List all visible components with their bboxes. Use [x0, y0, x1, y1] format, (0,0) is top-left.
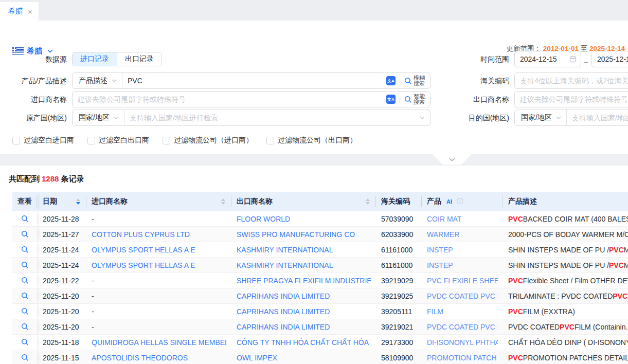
- importer-link[interactable]: APOSTOLIDIS THEODOROS: [92, 354, 188, 362]
- product-input[interactable]: [122, 77, 383, 85]
- sort-importer[interactable]: [221, 198, 226, 205]
- product-link[interactable]: INSTEP: [427, 261, 453, 269]
- keyword-highlight: PVC: [508, 307, 523, 316]
- product-link[interactable]: COIR MAT: [427, 215, 461, 223]
- checkbox-label: 过滤物流公司（出口商）: [278, 136, 357, 145]
- translate-icon[interactable]: 文A: [386, 95, 396, 104]
- collapse-form-button[interactable]: [433, 154, 472, 165]
- importer-link[interactable]: OLYMPUS SPORT HELLAS A E: [92, 246, 195, 254]
- exporter-input[interactable]: [515, 95, 628, 103]
- sort-exporter[interactable]: [366, 198, 371, 205]
- table-body: 2025-11-28 - FLOOR WORLD 57039090 COIR M…: [12, 211, 628, 364]
- exporter-link[interactable]: SWISS PRO MANUFACTURING CO: [237, 230, 355, 239]
- translate-icon[interactable]: 文A: [386, 76, 396, 85]
- info-icon[interactable]: ⓘ: [457, 197, 463, 206]
- exporter-cell: CAPRIHANS INDIA LIMITED: [231, 319, 376, 334]
- exporter-link[interactable]: FLOOR WORLD: [237, 215, 290, 223]
- exporter-link[interactable]: KASHMIRY INTERNATIONAL: [237, 261, 333, 269]
- checkbox-icon[interactable]: [12, 137, 20, 144]
- product-link[interactable]: PVDC COATED PVC FIL...: [427, 292, 498, 300]
- view-detail-icon[interactable]: [21, 277, 29, 284]
- view-detail-icon[interactable]: [21, 323, 29, 331]
- product-cell: INSTEP: [422, 258, 503, 272]
- checkbox-icon[interactable]: [163, 137, 170, 144]
- view-cell: [12, 273, 38, 288]
- description-text: BACKED COIR MAT (400 BALES)...: [523, 215, 628, 223]
- date-to-field[interactable]: 2025-12-14: [591, 51, 628, 67]
- product-link[interactable]: DI-ISONONYL PHTHA...: [427, 338, 498, 347]
- table-header: 查看 日期 进口商名称 出口商名称 海关编码 产品 AI ⓘ: [12, 192, 628, 211]
- exporter-link[interactable]: CAPRIHANS INDIA LIMITED: [237, 307, 330, 316]
- description-text: PVDC COATED: [508, 323, 560, 331]
- product-cell: PVDC COATED PVC FIL...: [422, 319, 503, 334]
- date-cell: 2025-11-20: [38, 288, 86, 303]
- close-icon[interactable]: ×: [28, 8, 32, 15]
- hs-code-cell: 39219021: [376, 319, 422, 334]
- view-detail-icon[interactable]: [21, 261, 29, 269]
- fuzzy-search-button[interactable]: 模糊搜索: [404, 75, 425, 86]
- date-range-separator: –: [584, 58, 588, 66]
- destination-select-value: 国家/地区: [521, 113, 552, 122]
- origin-label: 原产国(地区): [0, 110, 67, 126]
- tab-greece[interactable]: 希腊 ×: [0, 2, 39, 21]
- importer-input[interactable]: [73, 95, 383, 103]
- view-detail-icon[interactable]: [21, 230, 29, 238]
- exporter-link[interactable]: CÔNG TY TNHH HÓA CHẤT CHẤT HÓA DẺ...: [237, 338, 371, 347]
- importer-cell: QUIMIDROGA HELLAS SINGLE MEMBER PC: [86, 335, 231, 350]
- importer-link[interactable]: QUIMIDROGA HELLAS SINGLE MEMBER PC: [92, 338, 226, 347]
- table-row: 2025-11-24 OLYMPUS SPORT HELLAS A E KASH…: [12, 242, 628, 258]
- view-detail-icon[interactable]: [21, 292, 29, 300]
- exporter-link[interactable]: CAPRIHANS INDIA LIMITED: [237, 292, 330, 300]
- product-link[interactable]: FILM: [427, 307, 443, 316]
- importer-link[interactable]: OLYMPUS SPORT HELLAS A E: [92, 261, 195, 269]
- exporter-link[interactable]: SHREE PRAGYA FLEXIFILM INDUSTRIES: [237, 277, 371, 285]
- chevron-down-icon: [556, 116, 561, 119]
- view-detail-icon[interactable]: [21, 338, 29, 346]
- origin-country-select[interactable]: 国家/地区: [73, 113, 124, 122]
- description-text: SHIN INSTEPS MADE OF PU /: [508, 246, 609, 254]
- product-link[interactable]: PROMOTION PATCH: [427, 354, 497, 362]
- column-importer-label: 进口商名称: [92, 197, 128, 206]
- sort-date[interactable]: [76, 198, 81, 205]
- import-records-button[interactable]: 进口记录: [73, 52, 117, 66]
- filter-checkbox[interactable]: 过滤物流公司（出口商）: [266, 136, 357, 145]
- destination-country-select[interactable]: 国家/地区: [515, 113, 566, 122]
- exporter-link[interactable]: OWL IMPEX: [237, 354, 277, 362]
- origin-input[interactable]: [124, 114, 420, 122]
- filter-checkbox[interactable]: 过滤空白进口商: [12, 136, 74, 145]
- product-type-select[interactable]: 产品描述: [73, 76, 122, 85]
- exporter-cell: SWISS PRO MANUFACTURING CO: [231, 227, 376, 242]
- view-detail-icon[interactable]: [21, 307, 29, 315]
- exporter-cell: FLOOR WORLD: [231, 211, 376, 226]
- exporter-link[interactable]: CAPRIHANS INDIA LIMITED: [237, 323, 330, 331]
- column-product: 产品 AI ⓘ: [422, 192, 503, 211]
- export-records-button[interactable]: 出口记录: [117, 52, 162, 66]
- checkbox-icon[interactable]: [87, 137, 95, 144]
- product-label: 产品/产品描述: [0, 72, 67, 89]
- date-cell: 2025-11-22: [38, 273, 86, 288]
- exporter-link[interactable]: KASHMIRY INTERNATIONAL: [237, 246, 333, 254]
- product-link[interactable]: PVC FLEXIBLE SHEET F...: [427, 277, 498, 285]
- search-mode-label: 智能搜索: [414, 94, 425, 105]
- product-link[interactable]: WARMER: [427, 230, 459, 239]
- filter-checkbox[interactable]: 过滤物流公司（进口商）: [163, 136, 253, 145]
- hs-code-cell: 39219025: [376, 288, 422, 303]
- importer-cell: -: [86, 304, 231, 319]
- table-row: 2025-11-27 COTTON PLUS CYPRUS LTD SWISS …: [12, 227, 628, 242]
- chevron-down-icon[interactable]: [420, 116, 425, 119]
- origin-select-value: 国家/地区: [79, 113, 110, 122]
- results-table: 查看 日期 进口商名称 出口商名称 海关编码 产品 AI ⓘ: [12, 192, 628, 364]
- checkbox-icon[interactable]: [266, 137, 274, 144]
- filter-checkbox[interactable]: 过滤空白出口商: [87, 136, 149, 145]
- importer-link[interactable]: COTTON PLUS CYPRUS LTD: [92, 230, 190, 239]
- view-detail-icon[interactable]: [21, 215, 29, 223]
- smart-search-button[interactable]: 智能搜索: [404, 94, 425, 105]
- view-detail-icon[interactable]: [21, 246, 29, 253]
- product-link[interactable]: INSTEP: [427, 246, 453, 254]
- view-detail-icon[interactable]: [21, 354, 29, 361]
- keyword-highlight: PVC: [508, 215, 523, 223]
- product-link[interactable]: PVDC COATED PVC FIL...: [427, 323, 498, 331]
- destination-input[interactable]: [567, 114, 628, 122]
- date-from-field[interactable]: 2024-12-15: [514, 51, 581, 67]
- hs-code-input[interactable]: [515, 77, 628, 85]
